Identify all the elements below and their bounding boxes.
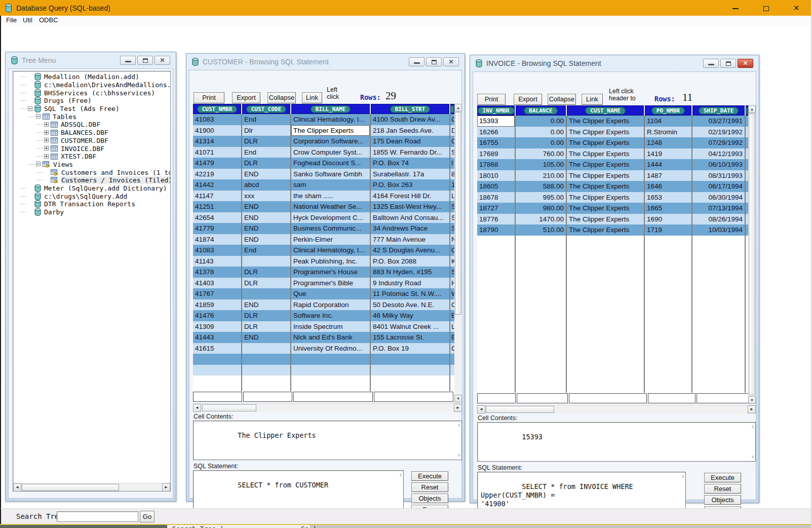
grid-cell[interactable]: 1719 — [645, 224, 692, 236]
minimize-button[interactable] — [409, 57, 424, 66]
tree-item[interactable]: ADSSQL.DBF — [13, 121, 170, 129]
grid-cell[interactable]: Peak Publishing, Inc. — [291, 256, 371, 267]
grid-cell[interactable]: 46 Milky Way — [371, 310, 450, 321]
tree-item[interactable]: Views — [13, 161, 170, 169]
grid-cell-partial[interactable]: W — [450, 288, 454, 299]
grid-cell[interactable]: 41476 — [193, 310, 242, 321]
grid-cell[interactable]: 18727 — [477, 203, 516, 214]
grid-cell[interactable]: 07/13/1994 — [692, 203, 746, 214]
grid-cell[interactable]: The Clipper Experts — [567, 224, 645, 236]
restore-button[interactable] — [720, 59, 736, 68]
grid-cell[interactable]: The Clipper Experts — [567, 214, 645, 225]
grid-cell[interactable] — [242, 343, 291, 354]
grid-cell-partial[interactable]: C — [450, 343, 454, 354]
grid-cell[interactable]: 175 Dean Road — [371, 136, 450, 147]
objects-button[interactable]: Objects — [411, 494, 448, 503]
grid-cell[interactable]: 15393 — [477, 116, 516, 127]
tree-item[interactable]: Drugs (Free) — [13, 97, 170, 105]
grid-cell[interactable]: Clinical Hematology, I... — [291, 245, 371, 256]
grid-cell[interactable] — [193, 365, 242, 376]
tree-item[interactable]: CUSTOMER.DBF — [13, 137, 170, 145]
grid-cell[interactable] — [697, 393, 750, 403]
grid-cell[interactable]: Software Inc. — [291, 310, 371, 321]
tree-expander-minus-icon[interactable] — [36, 162, 41, 166]
grid-cell[interactable] — [477, 236, 516, 393]
collapse-button[interactable]: Collapse — [267, 92, 296, 103]
close-icon[interactable]: ✕ — [790, 0, 803, 16]
tree-expander-minus-icon[interactable] — [28, 106, 32, 111]
grid-cell[interactable]: DLR — [242, 158, 291, 169]
grid-cell[interactable] — [517, 393, 568, 403]
grid-cell[interactable] — [569, 393, 647, 403]
grid-cell[interactable] — [193, 392, 242, 402]
column-header-balance[interactable]: BALANCE — [516, 105, 566, 116]
column-header-bill_strt[interactable]: BILL_STRT — [371, 104, 449, 114]
grid-cell[interactable]: 41900 — [193, 125, 242, 136]
grid-cell[interactable]: 4100 South Drew Av... — [371, 114, 450, 125]
objects-button[interactable]: Objects — [704, 495, 741, 505]
scroll-up-icon[interactable]: ▲ — [748, 105, 756, 113]
grid-cell[interactable]: DLR — [242, 321, 291, 332]
grid-cell[interactable]: 08/31/1993 — [692, 170, 746, 181]
scroll-down-icon[interactable]: ▼ — [454, 395, 462, 402]
go-button[interactable]: Go — [140, 511, 154, 522]
grid-cell[interactable]: 41779 — [193, 223, 242, 234]
grid-cell[interactable] — [371, 365, 450, 376]
tree-item[interactable]: BHSServices (c:\bhsservices) — [13, 89, 170, 97]
grid-vertical-scrollbar[interactable]: ▲ ▼ — [454, 104, 462, 402]
grid-cell[interactable]: 1487 — [645, 170, 692, 181]
grid-cell[interactable]: P.O. Box 74 — [371, 158, 450, 169]
grid-cell[interactable]: 06/10/1993 — [692, 159, 746, 170]
reset-button[interactable]: Reset — [411, 482, 448, 492]
grid-cell[interactable]: Sanko Software Gmbh — [291, 169, 371, 180]
grid-cell[interactable]: 883 N Hyden, #195 — [371, 267, 450, 278]
grid-cell-partial[interactable]: C — [450, 136, 454, 147]
grid-cell[interactable]: Programmer's Bible — [291, 278, 371, 289]
grid-cell[interactable]: The Clipper Experts — [567, 137, 645, 148]
tree-item[interactable]: Customers / Invoices (Tiled) — [13, 176, 170, 184]
main-titlebar[interactable]: Database Query (SQL-based) ✕ — [0, 0, 812, 16]
grid-cell[interactable]: xxx — [242, 191, 291, 202]
minimize-button[interactable] — [703, 59, 719, 68]
grid-cell[interactable]: 41147 — [193, 191, 242, 202]
grid-cell[interactable]: 1646 — [645, 181, 692, 192]
grid-cell[interactable]: the sham ..... — [291, 191, 371, 202]
reset-button[interactable]: Reset — [704, 484, 741, 494]
grid-cell-partial[interactable] — [450, 365, 454, 376]
restore-button[interactable] — [137, 56, 153, 65]
grid-cell[interactable]: 16266 — [477, 127, 516, 138]
grid-cell[interactable]: 41859 — [193, 299, 242, 311]
grid-cell[interactable] — [242, 375, 291, 391]
grid-cell[interactable]: 155 Lacrosse St. — [371, 332, 450, 343]
grid-cell[interactable]: 42219 — [193, 169, 242, 180]
grid-cell[interactable]: 1104 — [645, 116, 692, 127]
grid-cell[interactable] — [567, 236, 645, 393]
grid-cell[interactable] — [242, 288, 291, 299]
grid-cell[interactable]: DLR — [242, 136, 291, 147]
column-header-cust_nmbr[interactable]: CUST_NMBR — [193, 104, 241, 114]
grid-cell-partial[interactable]: S — [450, 212, 454, 223]
grid-cell[interactable]: End — [242, 245, 291, 256]
grid-cell[interactable]: The Clipper Experts — [567, 170, 645, 181]
grid-cell[interactable]: The Clipper Experts — [567, 148, 645, 160]
grid-cell[interactable]: Rapid Corporation — [291, 299, 371, 311]
tree-item[interactable]: Darby — [13, 208, 170, 216]
grid-cell[interactable]: 11 Potomac St. N.W.... — [371, 288, 450, 299]
grid-cell-partial[interactable]: L — [450, 321, 454, 332]
tree-item[interactable]: SQL Test (Ads Free) — [13, 105, 170, 113]
scrollbar-thumb[interactable] — [455, 112, 461, 315]
grid-cell[interactable]: END — [242, 212, 291, 223]
grid-cell[interactable]: Hyck Development C... — [291, 212, 371, 223]
grid-cell[interactable]: Foghead Discount S... — [291, 158, 371, 169]
grid-cell[interactable]: The Clipper Experts — [567, 159, 645, 170]
tree-expander-plus-icon[interactable] — [44, 130, 49, 135]
execute-button[interactable]: Execute — [411, 471, 448, 481]
grid-cell[interactable] — [371, 375, 450, 391]
grid-cell[interactable]: The Clipper Experts — [567, 203, 645, 214]
menu-odbc[interactable]: ODBC — [39, 16, 58, 24]
grid-cell[interactable] — [371, 354, 450, 365]
grid-cell[interactable]: 41479 — [193, 158, 242, 169]
grid-cell[interactable]: 42 S Douglas Avenu... — [371, 245, 450, 256]
grid-cell[interactable]: The Clipper Experts — [567, 116, 645, 127]
execute-button[interactable]: Execute — [704, 473, 741, 482]
